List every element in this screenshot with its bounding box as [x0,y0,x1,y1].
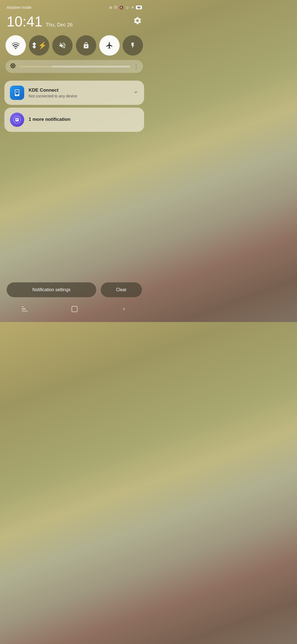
brightness-fill [19,66,53,67]
kde-connect-icon: K [10,86,24,100]
airplane-mode-toggle[interactable] [99,35,120,56]
kde-connect-chevron [133,89,139,96]
datetime-row: 10:41 Thu, Dec 26 [0,12,148,33]
nav-bar [0,299,148,322]
flashlight-toggle[interactable] [123,35,143,56]
notifications-area: K KDE Connect Not connected to any devic… [0,75,148,135]
kde-connect-title: KDE Connect [29,88,129,93]
brightness-track[interactable] [19,66,130,67]
svg-rect-9 [16,120,17,120]
nfc-icon: Ⓝ [114,5,117,10]
autorotate-toggle[interactable] [76,35,96,56]
svg-point-3 [17,95,18,96]
mute-status-icon: 🔇 [119,6,123,10]
kde-connect-message: Not connected to any device [29,94,129,98]
status-icons: ⊕ Ⓝ 🔇 ✈ 40 [109,5,142,10]
clear-button[interactable]: Clear [101,282,142,297]
back-icon [121,306,127,312]
status-bar: Airplane mode ⊕ Ⓝ 🔇 ✈ 40 [0,0,148,12]
mute-toggle[interactable] [52,35,73,56]
wifi-toggle[interactable] [6,35,26,56]
quick-toggles: ⚡ [0,33,148,58]
kde-connect-content: KDE Connect Not connected to any device [29,88,129,98]
bluetooth-toggle[interactable]: ⚡ [29,35,49,56]
brightness-icon [10,63,16,70]
airplane-mode-label: Airplane mode [7,5,31,10]
settings-gear-button[interactable] [133,16,142,27]
clock-time: 10:41 [7,14,42,29]
more-notif-app-icon [10,113,24,127]
svg-text:K: K [16,91,18,93]
more-notifications-content: 1 more notification [29,117,139,123]
location-icon: ⊕ [109,6,112,10]
home-icon [72,306,78,312]
battery-level: 40 [136,6,142,9]
home-nav-button[interactable] [63,303,86,315]
airplane-status-icon: ✈ [131,6,134,10]
recents-nav-button[interactable] [13,304,36,314]
recents-icon [22,307,28,312]
notification-settings-button[interactable]: Notification settings [7,282,96,297]
wifi-status-icon [125,5,130,10]
svg-rect-8 [16,119,18,119]
more-notifications-card[interactable]: 1 more notification [4,108,144,132]
more-notifications-title: 1 more notification [29,117,139,122]
clock-date: Thu, Dec 26 [46,22,73,28]
datetime-left: 10:41 Thu, Dec 26 [7,14,73,29]
kde-connect-notification[interactable]: K KDE Connect Not connected to any devic… [4,81,144,105]
brightness-slider-row[interactable]: ⋮ [6,60,143,73]
more-options-icon[interactable]: ⋮ [133,63,139,70]
back-nav-button[interactable] [113,304,135,315]
bottom-actions: Notification settings Clear [0,282,148,297]
